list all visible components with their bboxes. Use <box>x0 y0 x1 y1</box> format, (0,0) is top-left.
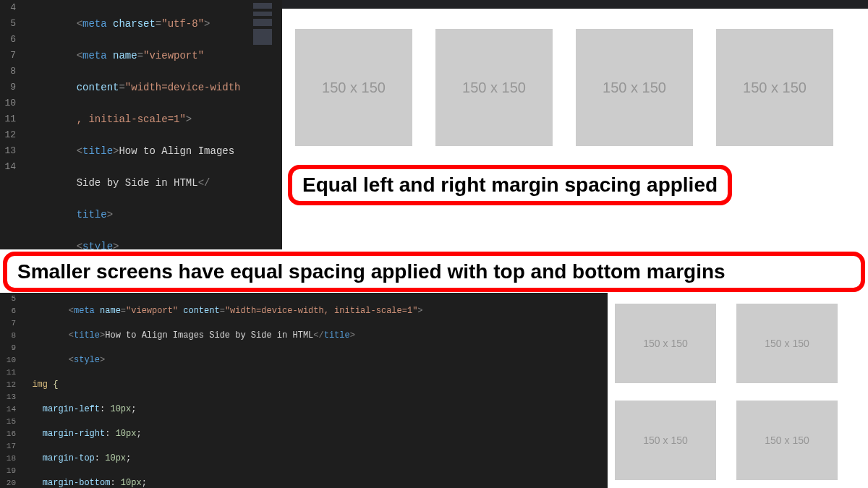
line-num: 9 <box>0 342 16 354</box>
line-num: 8 <box>0 64 16 80</box>
line-num: 5 <box>0 16 16 32</box>
placeholder-image: 150 x 150 <box>615 401 716 480</box>
code-line: margin-top: 10px; <box>22 453 516 465</box>
code-line: img { <box>22 379 516 391</box>
code-line: <style> <box>22 354 516 367</box>
code-line: <meta name="viewport" content="width=dev… <box>22 305 516 317</box>
code-line: content="width=device-width <box>22 80 240 95</box>
line-num: 6 <box>0 32 16 48</box>
code-line: <meta name="viewport" <box>22 48 240 64</box>
line-num: 11 <box>0 367 16 379</box>
annotation-top: Equal left and right margin spacing appl… <box>288 165 732 205</box>
code-line: <title>How to Align Images Side by Side … <box>22 330 516 342</box>
line-num: 7 <box>0 48 16 64</box>
line-num: 16 <box>0 428 16 440</box>
code-line: margin-bottom: 10px; <box>22 477 516 488</box>
code-area-top[interactable]: <meta charset="utf-8"> <meta name="viewp… <box>22 0 240 249</box>
line-num: 13 <box>0 391 16 403</box>
annotation-bottom: Smaller screens have equal spacing appli… <box>3 252 865 292</box>
line-num: 8 <box>0 330 16 342</box>
line-num: 12 <box>0 127 16 143</box>
top-split: 4 5 6 7 8 9 10 11 12 13 14 <meta charset… <box>0 0 868 249</box>
code-line: margin-right: 10px; <box>22 428 516 440</box>
placeholder-image: 150 x 150 <box>615 304 716 383</box>
line-num: 11 <box>0 111 16 127</box>
browser-preview-bottom: 150 x 150 150 x 150 150 x 150 150 x 150 <box>608 293 868 488</box>
code-area-bottom[interactable]: <meta name="viewport" content="width=dev… <box>22 293 516 488</box>
line-num: 7 <box>0 317 16 330</box>
code-line: margin-left: 10px; <box>22 403 516 416</box>
line-gutter-bottom: 5 6 7 8 9 10 11 12 13 14 15 16 17 18 19 … <box>0 293 20 488</box>
line-num: 6 <box>0 305 16 317</box>
placeholder-image: 150 x 150 <box>576 29 693 146</box>
code-line: <title>How to Align Images <box>22 143 240 159</box>
line-num: 17 <box>0 440 16 453</box>
line-num: 14 <box>0 403 16 416</box>
placeholder-image: 150 x 150 <box>736 401 838 480</box>
line-num: 14 <box>0 159 16 175</box>
line-gutter-top: 4 5 6 7 8 9 10 11 12 13 14 <box>0 0 20 249</box>
line-num: 4 <box>0 0 16 16</box>
placeholder-image: 150 x 150 <box>295 29 412 146</box>
code-line: <meta charset="utf-8"> <box>22 16 240 32</box>
placeholder-image: 150 x 150 <box>716 29 833 146</box>
line-num: 20 <box>0 477 16 488</box>
line-num: 12 <box>0 379 16 391</box>
line-num: 18 <box>0 453 16 465</box>
code-line: title> <box>22 207 240 223</box>
line-num: 19 <box>0 465 16 477</box>
placeholder-image: 150 x 150 <box>435 29 553 146</box>
image-row: 150 x 150 150 x 150 150 x 150 150 x 150 <box>282 9 868 153</box>
minimap-top[interactable] <box>252 0 282 249</box>
code-line: Side by Side in HTML</ <box>22 175 240 191</box>
code-editor-bottom[interactable]: 5 6 7 8 9 10 11 12 13 14 15 16 17 18 19 … <box>0 293 608 488</box>
code-editor-top[interactable]: 4 5 6 7 8 9 10 11 12 13 14 <meta charset… <box>0 0 282 249</box>
line-num: 5 <box>0 293 16 305</box>
line-num: 15 <box>0 416 16 428</box>
line-num: 10 <box>0 354 16 367</box>
line-num: 9 <box>0 80 16 95</box>
placeholder-image: 150 x 150 <box>736 304 838 383</box>
line-num: 10 <box>0 95 16 111</box>
bottom-split: 5 6 7 8 9 10 11 12 13 14 15 16 17 18 19 … <box>0 293 868 488</box>
code-line: <style> <box>22 239 240 249</box>
code-line: , initial-scale=1"> <box>22 111 240 127</box>
browser-preview-top: 150 x 150 150 x 150 150 x 150 150 x 150 <box>282 0 868 249</box>
line-num: 13 <box>0 143 16 159</box>
